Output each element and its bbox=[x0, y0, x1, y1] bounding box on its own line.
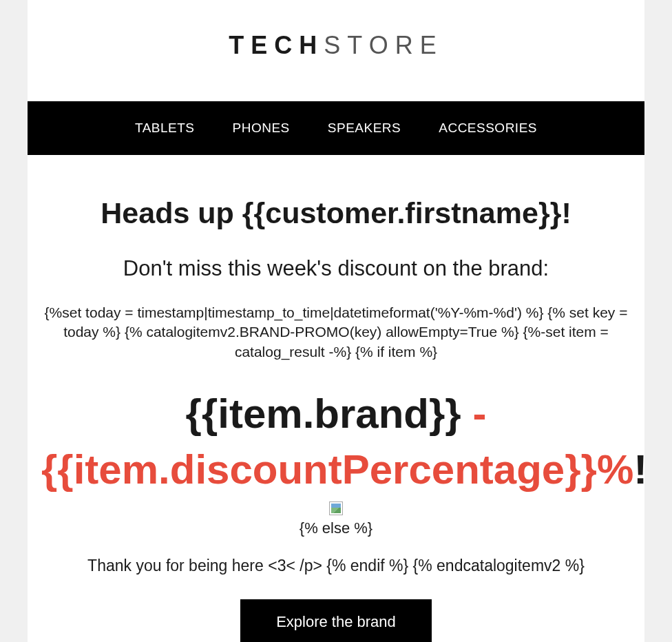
logo-light: STORE bbox=[324, 31, 443, 59]
broken-image-icon bbox=[329, 501, 343, 515]
nav-item-tablets[interactable]: TABLETS bbox=[135, 121, 195, 136]
broken-image-wrapper bbox=[28, 497, 644, 519]
nav-item-phones[interactable]: PHONES bbox=[233, 121, 290, 136]
thank-text: Thank you for being here <3< /p> {% endi… bbox=[28, 557, 644, 575]
greeting-heading: Heads up {{customer.firstname}}! bbox=[28, 196, 644, 230]
promo-dash: - bbox=[461, 391, 487, 437]
logo-bold: TECH bbox=[229, 31, 324, 59]
template-code-block: {%set today = timestamp|timestamp_to_tim… bbox=[28, 303, 644, 362]
nav-items: TABLETS PHONES SPEAKERS ACCESSORIES bbox=[28, 121, 644, 136]
promo-exclaim: ! bbox=[633, 446, 647, 493]
nav-item-speakers[interactable]: SPEAKERS bbox=[328, 121, 401, 136]
promo-brand: {{item.brand}} bbox=[186, 391, 461, 437]
discount-subheading: Don't miss this week's discount on the b… bbox=[28, 256, 644, 281]
promo-discount: {{item.discountPercentage}}% bbox=[41, 446, 633, 493]
logo: TECHSTORE bbox=[28, 31, 644, 60]
nav-bar: TABLETS PHONES SPEAKERS ACCESSORIES bbox=[28, 101, 644, 155]
promo-line: {{item.brand}} - {{item.discountPercenta… bbox=[28, 386, 644, 497]
explore-brand-button[interactable]: Explore the brand bbox=[240, 599, 432, 642]
header-section: TECHSTORE bbox=[28, 0, 644, 101]
page-container: TECHSTORE TABLETS PHONES SPEAKERS ACCESS… bbox=[0, 0, 672, 642]
content-section: Heads up {{customer.firstname}}! Don't m… bbox=[28, 155, 644, 642]
nav-item-accessories[interactable]: ACCESSORIES bbox=[439, 121, 537, 136]
else-text: {% else %} bbox=[28, 519, 644, 537]
